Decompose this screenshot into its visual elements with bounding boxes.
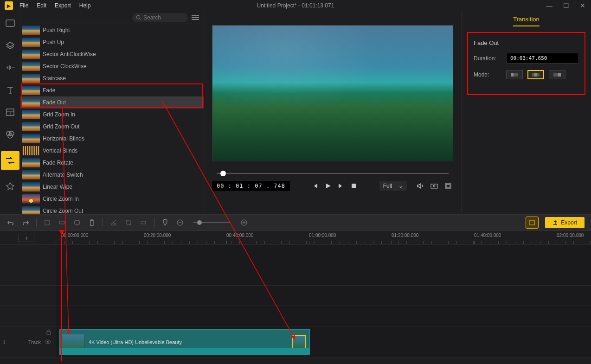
tool-1-icon[interactable] bbox=[43, 218, 51, 227]
prev-frame-button[interactable] bbox=[310, 181, 320, 191]
track-visibility-icon[interactable] bbox=[45, 339, 51, 345]
transition-item[interactable]: Sector ClockWise bbox=[20, 60, 204, 72]
timeline-playhead[interactable] bbox=[61, 231, 62, 361]
rail-elements-icon[interactable] bbox=[5, 181, 16, 192]
rail-transitions-icon[interactable] bbox=[1, 151, 19, 170]
transition-item[interactable]: Grid Zoom Out bbox=[20, 121, 204, 133]
mode-prefix-button[interactable] bbox=[506, 70, 523, 79]
tool-6-icon[interactable] bbox=[139, 218, 148, 227]
duration-label: Duration: bbox=[474, 55, 501, 62]
transition-item[interactable]: Fade Rotate bbox=[20, 157, 204, 169]
transition-item[interactable]: Staircase bbox=[20, 72, 204, 84]
left-rail bbox=[0, 11, 20, 214]
menu-export[interactable]: Export bbox=[55, 2, 71, 9]
zoom-out-button[interactable] bbox=[176, 218, 184, 227]
rail-layout-icon[interactable] bbox=[5, 107, 16, 118]
menu-edit[interactable]: Edit bbox=[37, 2, 46, 9]
track-label: Track bbox=[28, 339, 41, 345]
ruler-tick: 02:00:00.000 bbox=[557, 233, 584, 238]
play-button[interactable] bbox=[323, 181, 333, 191]
rail-media-icon[interactable] bbox=[5, 18, 16, 29]
mode-overlap-button[interactable] bbox=[527, 70, 544, 79]
mode-postfix-button[interactable] bbox=[549, 70, 565, 79]
rail-text-icon[interactable] bbox=[5, 84, 16, 96]
list-view-toggle[interactable] bbox=[192, 15, 199, 20]
timeline-ruler[interactable]: + 00:00:00.00000:20:00.00000:40:00.00001… bbox=[0, 231, 591, 245]
add-track-button[interactable]: + bbox=[19, 234, 34, 242]
ruler-tick: 00:20:00.000 bbox=[144, 233, 171, 238]
transition-item[interactable]: Fade Out bbox=[20, 96, 204, 109]
transition-name: Fade Out bbox=[474, 39, 579, 46]
export-settings-icon[interactable] bbox=[526, 217, 539, 229]
transition-thumbnail bbox=[22, 134, 40, 143]
menu-file[interactable]: File bbox=[19, 2, 28, 9]
rail-audio-icon[interactable] bbox=[5, 62, 16, 73]
video-preview[interactable] bbox=[212, 25, 453, 161]
transition-label: Push Up bbox=[43, 39, 64, 45]
transition-item[interactable]: Alternate Switch bbox=[20, 169, 204, 181]
transition-item[interactable]: Circle Zoom In bbox=[20, 193, 204, 205]
redo-button[interactable] bbox=[21, 218, 30, 227]
transition-item[interactable]: Linear Wipe bbox=[20, 181, 204, 193]
transition-thumbnail bbox=[22, 86, 40, 95]
undo-button[interactable] bbox=[6, 218, 15, 227]
search-input[interactable]: Search bbox=[132, 13, 188, 22]
marker-icon[interactable] bbox=[161, 218, 169, 227]
transition-thumbnail bbox=[22, 110, 40, 119]
minimize-button[interactable]: — bbox=[546, 2, 553, 9]
transition-settings: Fade Out Duration: 00:03:47.650 Mode: bbox=[467, 32, 585, 95]
volume-icon[interactable] bbox=[415, 181, 425, 191]
transition-item[interactable]: Sector AntiClockWise bbox=[20, 48, 204, 60]
menu-bar: File Edit Export Help bbox=[19, 2, 90, 9]
transition-item[interactable]: Horizontal Blinds bbox=[20, 133, 204, 145]
timeline-toolbar: Export bbox=[0, 214, 591, 231]
preview-timecode: 00 : 01 : 07 . 748 bbox=[212, 181, 290, 191]
ruler-tick: 01:20:00.000 bbox=[392, 233, 418, 238]
transition-item[interactable]: Grid Zoom In bbox=[20, 109, 204, 121]
crop-button[interactable] bbox=[124, 218, 133, 227]
transition-label: Fade Out bbox=[43, 99, 66, 106]
track-lock-icon[interactable] bbox=[46, 329, 51, 336]
cut-button[interactable] bbox=[109, 218, 118, 227]
menu-help[interactable]: Help bbox=[79, 2, 91, 9]
svg-point-17 bbox=[111, 224, 113, 225]
export-icon bbox=[552, 220, 558, 225]
rail-filters-icon[interactable] bbox=[5, 129, 16, 140]
close-button[interactable]: ✕ bbox=[579, 2, 586, 9]
tool-3-icon[interactable] bbox=[73, 218, 81, 227]
tab-transition[interactable]: Transition bbox=[513, 16, 540, 26]
transition-item[interactable]: Circle Zoom Out bbox=[20, 205, 204, 214]
svg-rect-0 bbox=[6, 20, 14, 26]
ruler-tick: 01:40:00.000 bbox=[474, 233, 501, 238]
transition-label: Circle Zoom Out bbox=[43, 208, 83, 214]
zoom-in-button[interactable] bbox=[240, 218, 248, 227]
transition-item[interactable]: Push Up bbox=[20, 36, 204, 48]
transitions-list[interactable]: Push RightPush UpSector AntiClockWiseSec… bbox=[20, 24, 204, 214]
svg-point-27 bbox=[47, 341, 49, 343]
transition-label: Staircase bbox=[43, 75, 66, 82]
export-button[interactable]: Export bbox=[545, 217, 585, 228]
zoom-slider[interactable] bbox=[193, 222, 231, 223]
fullscreen-icon[interactable] bbox=[443, 181, 453, 191]
maximize-button[interactable]: ☐ bbox=[562, 2, 570, 9]
titlebar: ▶ File Edit Export Help Untitled Project… bbox=[0, 0, 591, 11]
transition-item[interactable]: Vertical Blinds bbox=[20, 145, 204, 157]
svg-rect-10 bbox=[431, 184, 437, 188]
next-frame-button[interactable] bbox=[336, 181, 346, 191]
video-clip[interactable]: 4K Video (Ultra HD) Unbelievable Beauty bbox=[59, 329, 310, 355]
transition-item[interactable]: Push Right bbox=[20, 24, 204, 36]
transition-thumbnail bbox=[22, 182, 40, 192]
preview-seekbar[interactable] bbox=[217, 172, 449, 175]
rail-layers-icon[interactable] bbox=[5, 40, 16, 51]
transition-item[interactable]: Fade bbox=[20, 84, 204, 96]
transition-label: Grid Zoom In bbox=[43, 111, 75, 118]
stop-button[interactable] bbox=[349, 181, 359, 191]
preview-quality-select[interactable]: Full⌄ bbox=[379, 181, 407, 191]
snapshot-icon[interactable] bbox=[429, 181, 439, 191]
duration-input[interactable]: 00:03:47.650 bbox=[506, 53, 579, 64]
transition-thumbnail bbox=[22, 158, 40, 167]
transition-label: Sector ClockWise bbox=[43, 63, 87, 70]
delete-button[interactable] bbox=[88, 218, 96, 227]
tool-2-icon[interactable] bbox=[58, 218, 66, 227]
transition-label: Sector AntiClockWise bbox=[43, 51, 96, 57]
